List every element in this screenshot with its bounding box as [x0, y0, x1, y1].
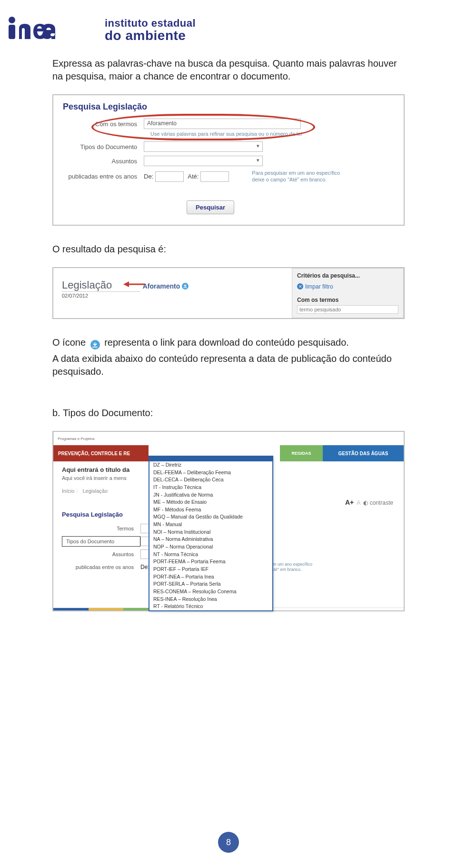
- hint-termos: Use várias palavras para refinar sua pes…: [150, 131, 394, 137]
- annotation-arrow-icon: [123, 281, 145, 288]
- intro-paragraph: Expressa as palavras-chave na busca da p…: [52, 57, 405, 83]
- label-ate: Até:: [188, 173, 199, 180]
- label-de: De:: [144, 173, 153, 180]
- svg-rect-0: [9, 25, 15, 39]
- font-increase[interactable]: A+: [345, 499, 354, 506]
- label-termos: Com os termos: [63, 120, 144, 128]
- dropdown-option[interactable]: PORT-FEEMA – Portaria Feema: [149, 558, 272, 566]
- label-assuntos: Assuntos: [62, 551, 140, 557]
- dropdown-option[interactable]: JN - Justificativa de Norma: [149, 491, 272, 499]
- dropdown-option[interactable]: RES-CONEMA – Resolução Conema: [149, 588, 272, 596]
- criteria-title: Critérios da pesquisa...: [297, 272, 398, 279]
- input-ano-de[interactable]: [155, 171, 184, 182]
- nav-regidas[interactable]: REGIDAS: [280, 445, 323, 461]
- dropdown-option[interactable]: MF - Métodos Feema: [149, 506, 272, 514]
- label-tipos: Tipos do Documento: [63, 143, 144, 150]
- nav-prevencao[interactable]: PREVENÇÃO, CONTROLE E RE: [53, 445, 149, 461]
- breadcrumb-current: Legislação: [76, 488, 108, 494]
- label-tipos-boxed: Tipos do Documento: [62, 536, 140, 547]
- dropdown-option[interactable]: DEL-CECA – Deliberação Ceca: [149, 476, 272, 484]
- pesquisar-button[interactable]: Pesquisar: [187, 200, 234, 214]
- mini-tab[interactable]: Programas e Projetos: [53, 432, 99, 445]
- year-help-text: Para pesquisar em um ano específico deix…: [252, 170, 342, 183]
- dropdown-option[interactable]: IT - Instrução Técnica: [149, 484, 272, 491]
- label-publicadas: publicadas entre os anos: [62, 564, 140, 570]
- dropdown-option[interactable]: PORT-IEF – Portaria IEF: [149, 566, 272, 573]
- criteria-label: Com os termos: [297, 297, 398, 303]
- clear-filter-link[interactable]: ✕ limpar filtro: [297, 283, 333, 290]
- dropdown-option[interactable]: NOI – Norma Institucional: [149, 529, 272, 536]
- contrast-toggle[interactable]: ◐ contraste: [363, 499, 393, 506]
- page-number-badge: 8: [218, 832, 239, 853]
- logo-subtitle: instituto estadual do ambiente: [105, 18, 196, 42]
- result-item-link[interactable]: Aforamento: [143, 282, 189, 290]
- dropdown-header: [149, 457, 272, 461]
- screenshot-tipos-dropdown: Programas e Projetos PREVENÇÃO, CONTROLE…: [52, 431, 405, 611]
- dropdown-option[interactable]: NT - Norma Técnica: [149, 551, 272, 559]
- dropdown-option[interactable]: RES-INEA – Resolução Inea: [149, 596, 272, 603]
- clear-icon: ✕: [297, 283, 303, 289]
- svg-marker-3: [123, 281, 129, 287]
- svg-point-1: [9, 17, 15, 23]
- panel-title: Pesquisa Legislação: [63, 102, 394, 112]
- date-explain-paragraph: A data exibida abaixo do conteúdo repres…: [52, 352, 405, 378]
- download-icon[interactable]: [182, 283, 189, 289]
- download-icon: [90, 340, 100, 349]
- breadcrumb-home[interactable]: Início: [62, 488, 74, 494]
- label-termos: Termos: [62, 526, 140, 531]
- result-item-date: 02/07/2012: [62, 293, 283, 299]
- label-de: De:: [140, 564, 149, 570]
- select-tipos[interactable]: [144, 141, 263, 152]
- screenshot-search-result: Legislação Aforamento 02/07/2012 Critéri…: [52, 267, 405, 319]
- result-intro: O resultado da pesquisa é:: [52, 243, 405, 256]
- label-publicadas: publicadas entre os anos: [63, 173, 144, 180]
- input-ano-ate[interactable]: [200, 171, 229, 182]
- screenshot-search-form: Pesquisa Legislação Com os termos Aforam…: [52, 94, 405, 226]
- dropdown-option[interactable]: DEL-FEEMA – Deliberação Feema: [149, 469, 272, 477]
- icon-explain-paragraph: O ícone representa o link para download …: [52, 336, 405, 350]
- label-assuntos: Assuntos: [63, 158, 144, 165]
- dropdown-option[interactable]: NOP – Norma Operacional: [149, 543, 272, 551]
- input-termos[interactable]: Aforamento: [144, 119, 301, 129]
- select-assuntos[interactable]: [144, 156, 263, 166]
- font-default[interactable]: A: [357, 499, 360, 506]
- dropdown-option[interactable]: NA – Norma Administrativa: [149, 536, 272, 543]
- dropdown-option[interactable]: DZ – Diretriz: [149, 461, 272, 469]
- dropdown-option[interactable]: MN - Manual: [149, 521, 272, 529]
- dropdown-option[interactable]: PORT-INEA – Portaria Inea: [149, 573, 272, 581]
- dropdown-option[interactable]: ME – Método de Ensaio: [149, 499, 272, 506]
- header-logo: instituto estadual do ambiente: [0, 0, 457, 53]
- dropdown-option[interactable]: RT - Relatório Técnico: [149, 603, 272, 610]
- dropdown-option[interactable]: MGQ – Manual da Gestão da Qualidade: [149, 513, 272, 521]
- inea-logo-icon: [9, 15, 99, 45]
- nav-gestao[interactable]: GESTÃO DAS ÁGUAS: [323, 445, 404, 461]
- tipos-dropdown[interactable]: DZ – DiretrizDEL-FEEMA – Deliberação Fee…: [149, 456, 273, 611]
- criteria-value: termo pesquisado: [297, 305, 398, 314]
- section-b-heading: b. Tipos do Documento:: [52, 407, 405, 419]
- dropdown-option[interactable]: PORT-SERLA – Portaria Serla: [149, 580, 272, 588]
- result-heading: Legislação: [62, 279, 140, 292]
